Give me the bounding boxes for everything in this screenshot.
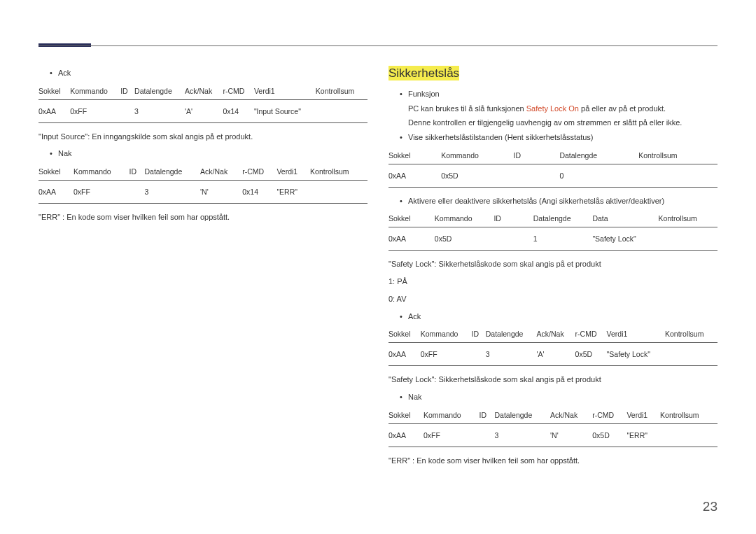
text: på eller av på et produkt.	[579, 104, 666, 113]
th: Kommando	[441, 147, 513, 164]
ack-table-left: Sokkel Kommando ID Datalengde Ack/Nak r-…	[38, 83, 368, 123]
th: ID	[479, 407, 495, 424]
th: Ack/Nak	[537, 325, 575, 343]
th: r-CMD	[223, 83, 253, 100]
th: Sokkel	[38, 163, 74, 181]
table-row: 0xAA 0xFF 3 'N' 0x5D "ERR"	[388, 423, 718, 447]
td: 0xFF	[424, 423, 479, 447]
th: Datalengde	[533, 210, 593, 227]
right-column: Sikkerhetslås Funksjon PC kan brukes til…	[388, 66, 718, 471]
text: PC kan brukes til å slå funksjonen	[408, 104, 526, 113]
td: 0x5D	[575, 343, 607, 366]
th: Kontrollsum	[638, 147, 718, 164]
td: 0xFF	[74, 181, 130, 204]
td	[316, 99, 368, 122]
td: 'A'	[185, 99, 223, 122]
th: Ack/Nak	[185, 83, 223, 100]
th: ID	[472, 325, 486, 343]
th: Ack/Nak	[200, 163, 242, 181]
td: "ERR"	[276, 181, 310, 204]
td: 0xFF	[421, 343, 472, 366]
td	[472, 343, 486, 366]
td	[479, 423, 495, 447]
td: 0xAA	[38, 99, 70, 122]
err-note-left: "ERR" : En kode som viser hvilken feil s…	[38, 211, 368, 224]
td: 0x14	[242, 181, 276, 204]
th: r-CMD	[242, 163, 276, 181]
td: 0x5D	[435, 227, 494, 251]
view-table: Sokkel Kommando ID Datalengde Kontrollsu…	[388, 147, 718, 188]
th: Kontrollsum	[665, 325, 718, 343]
table-row: 0xAA 0xFF 3 'A' 0x14 "Input Source"	[38, 99, 368, 122]
td: 0x5D	[441, 164, 513, 187]
th: Sokkel	[38, 83, 70, 100]
td: 1	[533, 227, 593, 251]
td	[514, 164, 560, 187]
th: Verdi1	[276, 163, 310, 181]
page-number: 23	[703, 499, 718, 514]
td: 0x14	[223, 99, 253, 122]
table-row: 0xAA 0x5D 0	[388, 164, 718, 187]
on-line: 1: PÅ	[388, 275, 718, 288]
nak-table-left: Sokkel Kommando ID Datalengde Ack/Nak r-…	[38, 163, 368, 204]
td: 0xFF	[70, 99, 120, 122]
th: Kommando	[435, 210, 494, 227]
view-status-bullet: Vise sikkerhetslåstilstanden (Hent sikke…	[388, 131, 718, 144]
td: 'N'	[200, 181, 242, 204]
td: 0xAA	[38, 181, 74, 204]
td	[310, 181, 368, 204]
th: ID	[120, 83, 134, 100]
set-bullet: Aktivere eller deaktivere sikkerhetslås …	[388, 195, 718, 208]
th: Data	[592, 210, 658, 227]
td: "Safety Lock"	[592, 227, 658, 251]
th: Kommando	[74, 163, 130, 181]
input-source-note: "Input Source": En inngangskilde som ska…	[38, 130, 368, 143]
td	[658, 227, 718, 251]
td: 3	[145, 181, 201, 204]
set-table: Sokkel Kommando ID Datalengde Data Kontr…	[388, 210, 718, 251]
td	[665, 343, 718, 366]
th: Verdi1	[626, 407, 660, 424]
th: r-CMD	[575, 325, 607, 343]
th: Verdi1	[254, 83, 316, 100]
th: Datalengde	[495, 407, 551, 424]
safety-lock-on-label: Safety Lock On	[526, 104, 579, 113]
nak-bullet: Nak	[38, 147, 368, 160]
th: Sokkel	[388, 147, 441, 164]
td	[638, 164, 718, 187]
th: Kontrollsum	[310, 163, 368, 181]
td: 3	[486, 343, 537, 366]
page-content: Ack Sokkel Kommando ID Datalengde Ack/Na…	[38, 66, 718, 471]
th: Verdi1	[607, 325, 665, 343]
td: 'N'	[550, 423, 592, 447]
section-title-highlight: Sikkerhetslås	[388, 66, 459, 80]
td: 'A'	[537, 343, 575, 366]
nak-bullet-right: Nak	[388, 391, 718, 404]
td	[493, 227, 533, 251]
td	[660, 423, 718, 447]
funksjon-line2: Denne kontrollen er tilgjengelig uavheng…	[388, 116, 718, 129]
safety-lock-note: "Safety Lock": Sikkerhetslåskode som ska…	[388, 258, 718, 271]
td: "Safety Lock"	[607, 343, 665, 366]
table-row: 0xAA 0x5D 1 "Safety Lock"	[388, 227, 718, 251]
th: ID	[514, 147, 560, 164]
td: 3	[134, 99, 185, 122]
td: "ERR"	[626, 423, 660, 447]
td: "Input Source"	[254, 99, 316, 122]
left-column: Ack Sokkel Kommando ID Datalengde Ack/Na…	[38, 66, 368, 471]
th: Ack/Nak	[550, 407, 592, 424]
td: 0xAA	[388, 343, 421, 366]
table-row: 0xAA 0xFF 3 'N' 0x14 "ERR"	[38, 181, 368, 204]
th: Sokkel	[388, 210, 435, 227]
td: 0	[559, 164, 638, 187]
header-divider	[38, 45, 718, 46]
td: 0x5D	[592, 423, 626, 447]
nak-table-right: Sokkel Kommando ID Datalengde Ack/Nak r-…	[388, 407, 718, 447]
th: Sokkel	[388, 325, 421, 343]
ack-table-right: Sokkel Kommando ID Datalengde Ack/Nak r-…	[388, 325, 718, 366]
td: 0xAA	[388, 164, 441, 187]
funksjon-line1: PC kan brukes til å slå funksjonen Safet…	[388, 102, 718, 115]
td: 0xAA	[388, 423, 424, 447]
td	[120, 99, 134, 122]
td: 3	[495, 423, 551, 447]
